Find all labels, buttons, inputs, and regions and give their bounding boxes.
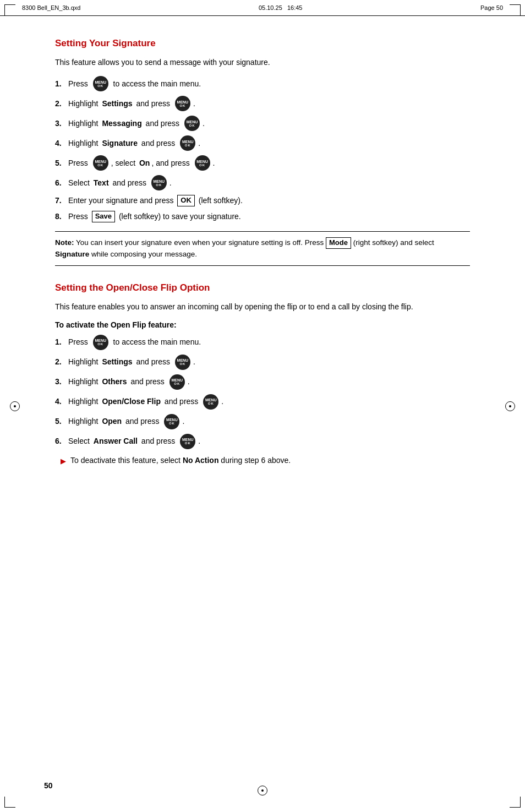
section-flip-subheading: To activate the Open Flip feature: (55, 320, 470, 329)
flip-step-3-num: 3. (55, 376, 68, 388)
flip-step-2-bold: Settings (102, 356, 132, 368)
section-signature-title: Setting Your Signature (55, 38, 470, 49)
menu-icon-s2-1: MENUOK (93, 335, 108, 350)
sig-step-8-content: Press Save (left softkey) to save your s… (68, 211, 241, 222)
ok-box: OK (177, 195, 195, 206)
main-content: Setting Your Signature This feature allo… (0, 16, 525, 499)
note-text-3: while composing your message. (91, 250, 197, 258)
reg-mark-bottom (258, 786, 267, 795)
crop-mark-tr (510, 4, 521, 15)
note-text-1: You can insert your signature even when … (76, 238, 326, 247)
flip-step-5-num: 5. (55, 416, 68, 427)
sig-step-4-content: Highlight Signature and press MENUOK. (68, 135, 200, 151)
crop-mark-br (510, 797, 521, 808)
flip-step-6: 6. Select Answer Call and press MENUOK. (55, 434, 470, 449)
note-bold-signature: Signature (55, 250, 89, 258)
header-center: 05.10.25 16:45 (259, 4, 303, 11)
mode-box: Mode (326, 237, 351, 248)
sig-step-2: 2. Highlight Settings and press MENUOK. (55, 96, 470, 111)
sig-step-5-content: Press MENUOK, select On, and press MENUO… (68, 155, 215, 171)
page-footer: 50 (44, 781, 53, 790)
sig-step-6-content: Select Text and press MENUOK. (68, 175, 172, 190)
sig-step-4-num: 4. (55, 138, 68, 149)
sig-step-3-num: 3. (55, 118, 68, 129)
sig-step-2-bold: Settings (102, 98, 132, 110)
menu-icon-s2-4: MENUOK (203, 394, 218, 410)
flip-step-1-content: Press MENUOK to access the main menu. (68, 335, 201, 350)
flip-step-6-content: Select Answer Call and press MENUOK. (68, 434, 200, 449)
flip-step-4-bold: Open/Close Flip (102, 396, 161, 407)
flip-step-2-num: 2. (55, 356, 68, 368)
sig-step-7-content: Enter your signature and press OK (left … (68, 195, 243, 206)
menu-icon-s1-3: MENUOK (184, 116, 200, 131)
menu-icon-s1-4: MENUOK (180, 135, 195, 151)
page-container: 8300 Bell_EN_3b.qxd 05.10.25 16:45 Page … (0, 0, 525, 812)
sig-step-4-bold: Signature (102, 138, 138, 149)
page-number: 50 (44, 781, 53, 790)
menu-icon-s2-5: MENUOK (164, 414, 179, 429)
sig-step-1-content: Press MENUOK to access the main menu. (68, 76, 201, 91)
sig-step-3: 3. Highlight Messaging and press MENUOK. (55, 116, 470, 131)
flip-step-5: 5. Highlight Open and press MENUOK. (55, 414, 470, 429)
menu-icon-s1-1: MENUOK (93, 76, 108, 91)
note-text-2: (right softkey) and select (353, 238, 434, 247)
sig-step-7: 7. Enter your signature and press OK (le… (55, 195, 470, 206)
flip-step-3-content: Highlight Others and press MENUOK. (68, 374, 190, 390)
flip-step-4: 4. Highlight Open/Close Flip and press M… (55, 394, 470, 410)
menu-icon-s2-6: MENUOK (180, 434, 195, 449)
sig-step-5-bold: On (139, 157, 150, 169)
bullet-text: To deactivate this feature, select No Ac… (70, 455, 291, 466)
crop-mark-bl (4, 797, 15, 808)
note-label: Note: (55, 238, 74, 247)
flip-step-4-content: Highlight Open/Close Flip and press MENU… (68, 394, 223, 410)
menu-icon-s2-3: MENUOK (169, 374, 185, 390)
menu-icon-s1-5b: MENUOK (195, 155, 210, 171)
sig-step-6-bold: Text (94, 177, 109, 189)
reg-mark-right (505, 401, 515, 411)
flip-step-6-bold: Answer Call (94, 435, 138, 447)
sig-step-5-num: 5. (55, 157, 68, 169)
sig-step-1-num: 1. (55, 78, 68, 90)
signature-steps-list: 1. Press MENUOK to access the main menu.… (55, 76, 470, 222)
header-right: Page 50 (480, 4, 503, 11)
bullet-deactivate: ▶ To deactivate this feature, select No … (61, 455, 470, 467)
section-flip-title: Setting the Open/Close Flip Option (55, 282, 470, 293)
arrow-icon: ▶ (61, 456, 66, 467)
header-left: 8300 Bell_EN_3b.qxd (22, 4, 80, 11)
section-flip: Setting the Open/Close Flip Option This … (55, 282, 470, 467)
flip-step-2-content: Highlight Settings and press MENUOK. (68, 355, 195, 370)
sig-step-7-num: 7. (55, 195, 68, 206)
menu-icon-s2-2: MENUOK (175, 355, 190, 370)
sig-step-8-num: 8. (55, 211, 68, 222)
sig-step-6: 6. Select Text and press MENUOK. (55, 175, 470, 190)
sig-step-2-num: 2. (55, 98, 68, 110)
flip-step-2: 2. Highlight Settings and press MENUOK. (55, 355, 470, 370)
sig-step-4: 4. Highlight Signature and press MENUOK. (55, 135, 470, 151)
menu-icon-s1-5a: MENUOK (93, 155, 108, 171)
crop-mark-tl (4, 4, 15, 15)
flip-step-5-bold: Open (102, 416, 122, 427)
sig-step-3-bold: Messaging (102, 118, 141, 129)
flip-step-6-num: 6. (55, 435, 68, 447)
sig-step-1: 1. Press MENUOK to access the main menu. (55, 76, 470, 91)
flip-step-3: 3. Highlight Others and press MENUOK. (55, 374, 470, 390)
note-box: Note: You can insert your signature even… (55, 231, 470, 266)
section-signature-intro: This feature allows you to send a messag… (55, 57, 470, 68)
sig-step-2-content: Highlight Settings and press MENUOK. (68, 96, 195, 111)
menu-icon-s1-6: MENUOK (151, 175, 167, 190)
save-box: Save (92, 211, 115, 222)
reg-mark-left (10, 401, 20, 411)
section-signature: Setting Your Signature This feature allo… (55, 38, 470, 266)
bullet-bold: No Action (183, 456, 219, 465)
menu-icon-s1-2: MENUOK (175, 96, 190, 111)
flip-step-4-num: 4. (55, 396, 68, 407)
flip-steps-list: 1. Press MENUOK to access the main menu.… (55, 335, 470, 449)
sig-step-6-num: 6. (55, 177, 68, 189)
page-header: 8300 Bell_EN_3b.qxd 05.10.25 16:45 Page … (0, 0, 525, 16)
flip-step-1-num: 1. (55, 336, 68, 348)
sig-step-3-content: Highlight Messaging and press MENUOK. (68, 116, 205, 131)
flip-step-3-bold: Others (102, 376, 127, 388)
section-flip-intro: This feature enables you to answer an in… (55, 301, 470, 313)
flip-step-5-content: Highlight Open and press MENUOK. (68, 414, 184, 429)
sig-step-5: 5. Press MENUOK, select On, and press ME… (55, 155, 470, 171)
